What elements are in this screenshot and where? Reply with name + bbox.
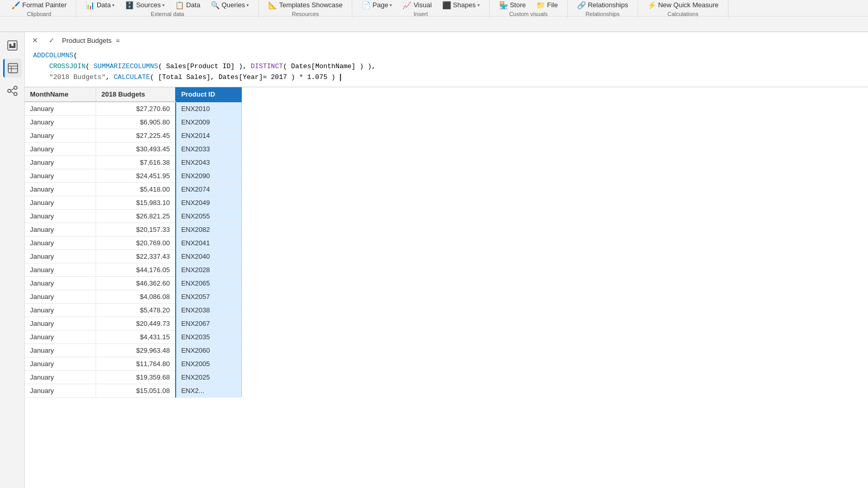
data2-button[interactable]: 📋 Data bbox=[170, 0, 205, 11]
svg-line-11 bbox=[11, 88, 14, 90]
relationships-button[interactable]: 🔗 Relationships bbox=[572, 0, 633, 11]
cell-budgets: $11,764.80 bbox=[96, 357, 176, 371]
templates-icon: 📐 bbox=[268, 1, 277, 9]
new-quick-measure-button[interactable]: ⚡ New Quick Measure bbox=[642, 0, 724, 11]
sidebar-item-model[interactable] bbox=[3, 82, 22, 100]
format-painter-icon: 🖌️ bbox=[11, 1, 20, 9]
svg-point-8 bbox=[8, 89, 11, 92]
cell-productid: ENX2074 bbox=[176, 183, 241, 196]
cell-budgets: $6,905.80 bbox=[96, 116, 176, 129]
addcolumns-keyword: ADDCOLUMNS bbox=[33, 52, 73, 59]
templates-button[interactable]: 📐 Templates Showcase bbox=[263, 0, 348, 11]
cell-month: January bbox=[25, 116, 96, 129]
formula-cancel-button[interactable]: ✕ bbox=[29, 34, 41, 46]
cell-budgets: $30,493.45 bbox=[96, 143, 176, 156]
main-content: ✕ ✓ Product Budgets = ADDCOLUMNS( CROSSJ… bbox=[25, 32, 868, 488]
cell-budgets: $4,086.08 bbox=[96, 290, 176, 304]
sources-button[interactable]: 🗄️ Sources ▾ bbox=[120, 0, 170, 11]
data2-label: Data bbox=[186, 1, 200, 9]
cell-productid: ENX2040 bbox=[176, 250, 241, 263]
cell-budgets: $22,337.43 bbox=[96, 250, 176, 263]
queries-button[interactable]: 🔍 Queries ▾ bbox=[206, 0, 255, 11]
queries-label: Queries bbox=[222, 1, 245, 9]
cell-budgets: $15,051.08 bbox=[96, 384, 176, 398]
store-label: Store bbox=[510, 1, 526, 9]
column-header-monthname[interactable]: MonthName bbox=[25, 87, 96, 102]
visual-button[interactable]: 📈 Visual bbox=[397, 0, 437, 11]
svg-rect-3 bbox=[13, 43, 16, 48]
ribbon-group-external-data: 📊 Data ▾ 🗄️ Sources ▾ 📋 Data 🔍 Queries ▾ bbox=[76, 0, 259, 18]
cell-month: January bbox=[25, 277, 96, 290]
cell-month: January bbox=[25, 330, 96, 344]
sidebar-item-table[interactable] bbox=[3, 59, 22, 77]
table-row: January$7,616.38ENX2043 bbox=[25, 156, 241, 169]
cell-month: January bbox=[25, 371, 96, 384]
cell-productid: ENX2055 bbox=[176, 210, 241, 223]
table-row: January$15,051.08ENX2... bbox=[25, 384, 241, 398]
cell-productid: ENX2035 bbox=[176, 330, 241, 344]
paren-open: ( bbox=[73, 52, 78, 59]
table-row: January$4,086.08ENX2057 bbox=[25, 290, 241, 304]
cell-budgets: $29,963.48 bbox=[96, 344, 176, 357]
clipboard-label: Clipboard bbox=[27, 11, 51, 17]
table-row: January$20,449.73ENX2067 bbox=[25, 317, 241, 330]
shapes-button[interactable]: ⬛ Shapes ▾ bbox=[437, 0, 485, 11]
column-header-budgets[interactable]: 2018 Budgets bbox=[96, 87, 176, 102]
cell-budgets: $46,362.60 bbox=[96, 277, 176, 290]
cell-month: January bbox=[25, 263, 96, 277]
ribbon-top: 🖌️ Format Painter Clipboard 📊 Data ▾ 🗄️ … bbox=[0, 0, 868, 17]
format-painter-button[interactable]: 🖌️ Format Painter bbox=[6, 0, 72, 11]
table-body: January$27,270.60ENX2010January$6,905.80… bbox=[25, 102, 241, 398]
file-label: File bbox=[547, 1, 558, 9]
formula-title: Product Budgets bbox=[62, 37, 112, 44]
ribbon-group-calculations: ⚡ New Quick Measure Calculations bbox=[638, 0, 729, 18]
cell-productid: ENX2014 bbox=[176, 129, 241, 143]
svg-rect-2 bbox=[11, 46, 13, 48]
svg-rect-4 bbox=[8, 64, 18, 73]
sources-caret: ▾ bbox=[162, 3, 165, 8]
ribbon-group-clipboard: 🖌️ Format Painter Clipboard bbox=[2, 0, 76, 18]
left-sidebar bbox=[0, 32, 25, 488]
store-button[interactable]: 🏪 Store bbox=[494, 0, 531, 11]
external-data-label: External data bbox=[151, 11, 184, 17]
cell-productid: ENX2005 bbox=[176, 357, 241, 371]
sidebar-item-report[interactable] bbox=[3, 36, 22, 55]
templates-label: Templates Showcase bbox=[279, 1, 343, 9]
cell-month: January bbox=[25, 210, 96, 223]
file-button[interactable]: 📁 File bbox=[531, 0, 563, 11]
cell-budgets: $15,983.10 bbox=[96, 196, 176, 210]
cell-month: January bbox=[25, 183, 96, 196]
table-row: January$5,478.20ENX2038 bbox=[25, 304, 241, 317]
cell-productid: ENX2009 bbox=[176, 116, 241, 129]
cell-budgets: $4,431.15 bbox=[96, 330, 176, 344]
formula-code[interactable]: ADDCOLUMNS( CROSSJOIN( SUMMARIZECOLUMNS(… bbox=[29, 49, 864, 85]
cell-month: January bbox=[25, 290, 96, 304]
data-table-area[interactable]: MonthName 2018 Budgets Product ID Januar… bbox=[25, 87, 868, 488]
formula-confirm-button[interactable]: ✓ bbox=[45, 34, 58, 46]
page-button[interactable]: 📄 Page ▾ bbox=[357, 0, 397, 11]
relationships-icon: 🔗 bbox=[577, 1, 586, 9]
formula-bar: ✕ ✓ Product Budgets = ADDCOLUMNS( CROSSJ… bbox=[25, 32, 868, 87]
cell-budgets: $44,176.05 bbox=[96, 263, 176, 277]
page-label: Page bbox=[373, 1, 388, 9]
cell-month: January bbox=[25, 304, 96, 317]
ribbon-group-resources: 📐 Templates Showcase Resources bbox=[259, 0, 352, 18]
cell-month: January bbox=[25, 129, 96, 143]
cell-month: January bbox=[25, 237, 96, 250]
data-table: MonthName 2018 Budgets Product ID Januar… bbox=[25, 87, 242, 398]
table-row: January$15,983.10ENX2049 bbox=[25, 196, 241, 210]
column-header-productid[interactable]: Product ID bbox=[176, 87, 241, 102]
table-row: January$5,418.00ENX2074 bbox=[25, 183, 241, 196]
table-row: January$22,337.43ENX2040 bbox=[25, 250, 241, 263]
table-row: January$4,431.15ENX2035 bbox=[25, 330, 241, 344]
cell-month: January bbox=[25, 250, 96, 263]
ribbon: 🖌️ Format Painter Clipboard 📊 Data ▾ 🗄️ … bbox=[0, 0, 868, 32]
data-button[interactable]: 📊 Data ▾ bbox=[81, 0, 120, 11]
table-row: January$20,769.00ENX2041 bbox=[25, 237, 241, 250]
table-row: January$27,270.60ENX2010 bbox=[25, 102, 241, 116]
data2-icon: 📋 bbox=[175, 1, 184, 9]
cell-productid: ENX2025 bbox=[176, 371, 241, 384]
table-row: January$29,963.48ENX2060 bbox=[25, 344, 241, 357]
cell-productid: ENX2049 bbox=[176, 196, 241, 210]
svg-point-9 bbox=[14, 86, 17, 89]
